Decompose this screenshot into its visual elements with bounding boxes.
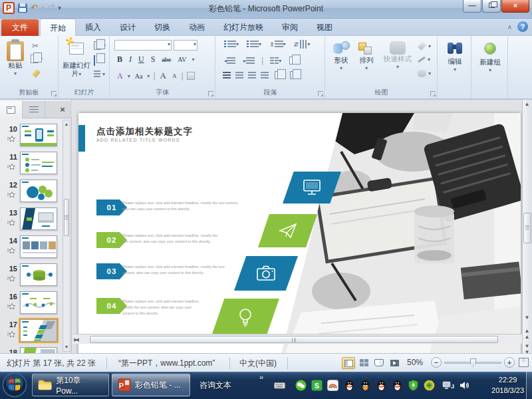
copy-button[interactable]: ▾ (31, 55, 43, 63)
horizontal-scrollbar[interactable]: ◀ ▶ (72, 334, 522, 344)
align-right-button[interactable] (248, 72, 256, 79)
toolbar-overflow-chevron[interactable]: » (259, 373, 263, 381)
tab-outline[interactable] (23, 101, 45, 118)
align-text-button[interactable]: ▾ (289, 57, 300, 65)
tab-insert[interactable]: 插入 (76, 19, 110, 36)
zoom-out-button[interactable]: − (431, 357, 442, 368)
slide-thumb-17-selected[interactable]: 17 (3, 319, 60, 346)
collapse-ribbon-icon[interactable]: ∧ (507, 23, 512, 31)
tab-transitions[interactable]: 切换 (145, 19, 180, 36)
paste-button[interactable]: 粘贴 ▾ (4, 41, 27, 76)
qq-icon-briefcase[interactable] (360, 380, 371, 391)
shape-effects-button[interactable]: ▾ (418, 70, 431, 77)
animation-star-icon[interactable] (7, 303, 15, 313)
animation-star-icon[interactable] (7, 164, 15, 173)
slide-sorter-button[interactable] (357, 357, 370, 369)
start-button[interactable] (2, 372, 27, 399)
show-desktop-button[interactable] (526, 372, 532, 399)
shrink-font-button[interactable]: A (171, 72, 178, 79)
vscrollbar-thumb[interactable] (523, 213, 531, 243)
tab-review[interactable]: 审阅 (273, 19, 307, 36)
increase-indent-button[interactable]: ▸ (243, 57, 255, 65)
font-name-combo[interactable] (114, 40, 172, 51)
italic-button[interactable]: I (128, 55, 133, 65)
shadow-button[interactable]: S (150, 55, 157, 65)
font-dialog-launcher[interactable] (208, 91, 213, 96)
taskbar-folder-window[interactable]: 第10章 Pow... (32, 374, 109, 396)
decrease-indent-button[interactable]: ◂ (224, 57, 235, 65)
slide-canvas[interactable]: 点击添加相关标题文字 ADD RELATED TITLE WORDS 01 Pl… (78, 113, 521, 353)
clipboard-dialog-launcher[interactable] (51, 91, 57, 96)
previous-slide-button[interactable]: ▲▲ (523, 328, 531, 337)
qq-icon-3[interactable] (392, 380, 403, 391)
normal-view-button[interactable] (342, 357, 355, 369)
scroll-down-icon[interactable]: ▼ (63, 343, 70, 351)
item-02-text[interactable]: Please replace text, click add relevant … (122, 233, 223, 245)
wechat-icon[interactable] (295, 380, 307, 391)
slide-editor[interactable]: 点击添加相关标题文字 ADD RELATED TITLE WORDS 01 Pl… (72, 100, 522, 353)
font-color-button[interactable]: A (116, 71, 124, 81)
slide-thumb-11[interactable]: 11 (3, 152, 60, 178)
animation-star-icon[interactable] (7, 275, 15, 285)
zoom-slider-track[interactable] (444, 362, 501, 364)
arrange-button[interactable]: 排列▾ (355, 41, 378, 71)
new-slide-button[interactable]: 新建幻灯片▾ (62, 40, 91, 77)
cut-button[interactable]: ✂ (32, 41, 39, 51)
hscrollbar-thumb[interactable] (90, 336, 498, 343)
slide-thumb-15[interactable]: 15 (3, 263, 60, 290)
item-04-text[interactable]: Please replace text, click add relevant … (122, 299, 203, 316)
animation-star-icon[interactable] (7, 136, 15, 145)
numbering-button[interactable]: ▾ (247, 41, 261, 48)
animation-star-icon[interactable] (7, 247, 15, 257)
clear-formatting-icon[interactable] (187, 72, 195, 80)
scroll-down-icon[interactable]: ▼ (523, 313, 531, 323)
slide-thumb-16[interactable]: 16 (3, 291, 60, 318)
qq-icon-2[interactable] (376, 380, 387, 391)
animation-star-icon[interactable] (7, 219, 15, 229)
tab-file[interactable]: 文件 (1, 19, 39, 36)
qq-icon-1[interactable] (344, 380, 355, 391)
distribute-button[interactable] (275, 71, 283, 79)
taskbar-clock[interactable]: 22:29 2018/3/23 (491, 374, 524, 396)
paragraph-dialog-launcher[interactable] (318, 91, 323, 96)
tab-home[interactable]: 开始 (40, 19, 76, 36)
sogou-icon[interactable]: S (311, 380, 323, 391)
volume-icon[interactable] (459, 380, 470, 391)
shape-outline-button[interactable]: ▾ (418, 57, 430, 63)
bold-button[interactable]: B (116, 55, 124, 65)
tab-animations[interactable]: 动画 (180, 19, 214, 36)
help-icon[interactable]: ? (517, 21, 528, 32)
animation-star-icon[interactable] (7, 331, 15, 340)
thumbnails-scrollbar[interactable]: ▲ ▼ (63, 120, 70, 352)
tab-design[interactable]: 设计 (110, 19, 145, 36)
slide-thumb-13[interactable]: 13 (3, 207, 60, 234)
animation-star-icon[interactable] (7, 192, 15, 201)
zoom-slider-thumb[interactable] (470, 358, 476, 367)
slide-thumb-12[interactable]: 12 (3, 180, 60, 206)
section-button[interactable]: ▾ (94, 70, 105, 78)
close-button[interactable]: × (501, 0, 529, 13)
char-spacing-button[interactable]: AV (176, 56, 188, 63)
scrollbar-thumb[interactable] (64, 199, 69, 236)
scroll-up-icon[interactable]: ▲ (523, 100, 531, 109)
slideshow-button[interactable] (388, 357, 401, 369)
green-orb-icon[interactable] (424, 380, 435, 391)
bullets-button[interactable]: ▾ (224, 41, 239, 48)
smartart-convert-button[interactable]: ▾ (290, 71, 301, 79)
new-group-button[interactable]: 新建组 ▾ (475, 43, 505, 73)
item-03-text[interactable]: Please replace text, click add relevant … (122, 264, 226, 276)
shield-icon[interactable] (408, 380, 419, 391)
taskbar-ppt-window[interactable]: P 彩色铅笔 - ... (112, 374, 190, 396)
zoom-percentage[interactable]: 50% (407, 358, 423, 367)
item-01-text[interactable]: Please replace text, click add relevant … (122, 200, 242, 212)
format-painter-button[interactable] (32, 69, 41, 80)
slide-thumb-10[interactable]: 10 (3, 124, 60, 150)
change-case-button[interactable]: Aa (134, 72, 144, 80)
line-spacing-button[interactable]: ⇕▾ (269, 41, 286, 48)
underline-button[interactable]: U (137, 55, 146, 65)
slide-title[interactable]: 点击添加相关标题文字 (96, 126, 193, 138)
scroll-right-icon[interactable]: ▶ (72, 336, 79, 344)
keyboard-icon[interactable] (274, 380, 285, 391)
reading-view-button[interactable] (372, 357, 386, 369)
tab-view[interactable]: 视图 (307, 19, 342, 36)
